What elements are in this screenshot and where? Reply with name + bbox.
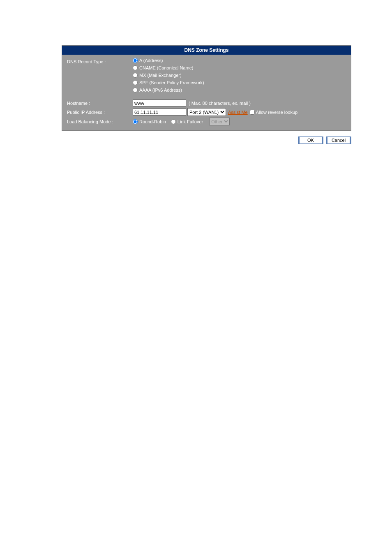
radio-cname-row: CNAME (Canonical Name) [133,65,346,70]
radio-link-failover[interactable] [171,119,176,124]
radio-a[interactable] [133,58,138,63]
cancel-button[interactable]: Cancel [326,136,351,144]
radio-mx[interactable] [133,73,138,78]
ok-button[interactable]: OK [298,136,323,144]
radio-cname[interactable] [133,65,138,70]
radio-mx-row: MX (Mail Exchanger) [133,73,346,78]
radio-round-robin[interactable] [133,119,138,124]
panel-title: DNS Zone Settings [184,47,228,53]
radio-aaaa-row: AAAA (IPv6 Address) [133,88,346,92]
record-type-section: DNS Record Type : A (Address) CNAME (Can… [62,55,351,96]
radio-aaaa[interactable] [133,88,138,92]
reverse-lookup-checkbox[interactable] [250,110,255,115]
hostname-hint: ( Max. 80 characters, ex. mail ) [189,101,251,106]
panel-header: DNS Zone Settings [62,46,351,55]
radio-link-failover-label: Link Failover [178,119,203,124]
lb-round-robin-wrap: Round-Robin [133,119,166,124]
radio-cname-label: CNAME (Canonical Name) [139,65,193,70]
lb-other-select: Other [209,118,230,125]
lb-mode-label: Load Balancing Mode : [67,119,133,124]
hostname-row: Hostname : ( Max. 80 characters, ex. mai… [67,99,346,106]
panel-body: DNS Record Type : A (Address) CNAME (Can… [62,55,351,130]
form-section: Hostname : ( Max. 80 characters, ex. mai… [62,96,351,130]
radio-spf-row: SPF (Sender Policy Framework) [133,80,346,85]
radio-round-robin-label: Round-Robin [139,119,166,124]
lb-link-failover-wrap: Link Failover [171,119,203,124]
reverse-lookup-wrap: Allow reverse lookup [250,110,298,115]
assist-me-link[interactable]: Assist Me [228,110,248,115]
radio-spf-label: SPF (Sender Policy Framework) [139,80,204,85]
public-ip-row: Public IP Address : Port 2 (WAN1) Assist… [67,108,346,116]
public-ip-input[interactable] [133,109,186,116]
button-row: OK Cancel [62,136,351,144]
radio-mx-label: MX (Mail Exchanger) [139,73,182,78]
lb-mode-row: Load Balancing Mode : Round-Robin Link F… [67,118,346,125]
radio-a-label: A (Address) [139,58,163,63]
radio-a-row: A (Address) [133,58,346,63]
radio-spf[interactable] [133,80,138,85]
port-select[interactable]: Port 2 (WAN1) [187,108,226,116]
hostname-input[interactable] [133,99,186,106]
reverse-lookup-label: Allow reverse lookup [256,110,298,115]
record-type-label: DNS Record Type : [67,58,133,92]
public-ip-label: Public IP Address : [67,110,133,115]
hostname-label: Hostname : [67,101,133,106]
record-type-controls: A (Address) CNAME (Canonical Name) MX (M… [133,58,346,92]
dns-zone-settings-panel: DNS Zone Settings DNS Record Type : A (A… [62,45,351,131]
radio-aaaa-label: AAAA (IPv6 Address) [139,88,182,92]
